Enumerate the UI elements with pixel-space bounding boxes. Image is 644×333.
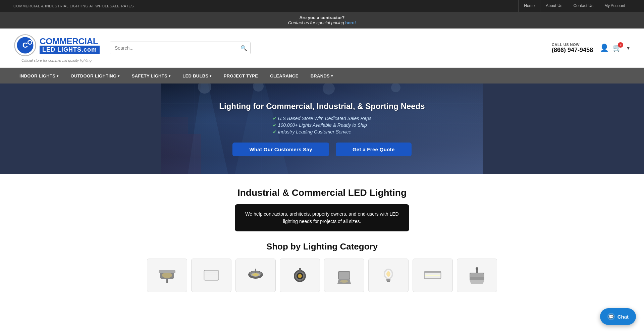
nav-bar: INDOOR LIGHTS ▾ OUTDOOR LIGHTING ▾ SAFET… (0, 68, 644, 84)
category-thumb-8[interactable] (457, 259, 497, 292)
logo-text-top: COMMERCIAL (40, 37, 100, 46)
svg-point-9 (323, 84, 335, 95)
svg-marker-54 (470, 280, 484, 284)
category-thumb-3[interactable] (235, 259, 276, 292)
call-now-number: (866) 947-9458 (552, 47, 593, 54)
cart-icon-button[interactable]: 🛒 0 (613, 44, 622, 52)
category-row (7, 259, 637, 292)
contractor-sub-text: Contact us for special pricing (288, 20, 345, 25)
logo-subtitle: Official store for commercial quality li… (21, 58, 92, 62)
below-hero-title: Industrial & Commercial LED Lighting (161, 187, 483, 198)
logo-box[interactable]: C COMMERCIAL LED LIGHTS.com (13, 34, 100, 57)
high-bay-icon (246, 265, 266, 285)
svg-point-30 (252, 273, 259, 276)
svg-point-20 (162, 273, 172, 278)
svg-point-52 (476, 267, 478, 270)
svg-rect-16 (161, 117, 188, 134)
svg-rect-42 (386, 279, 390, 281)
below-hero-content: Industrial & Commercial LED Lighting We … (161, 187, 483, 252)
hero-title: Lighting for Commercial, Industrial, & S… (219, 102, 425, 111)
below-hero-description: We help contractors, architects, propert… (235, 204, 409, 231)
search-button[interactable]: 🔍 (240, 45, 247, 51)
category-thumb-4[interactable] (280, 259, 320, 292)
hero-wrapper: Lighting for Commercial, Industrial, & S… (0, 84, 644, 174)
svg-rect-22 (205, 271, 218, 280)
svg-rect-37 (339, 272, 350, 279)
nav-safety-lights[interactable]: SAFETY LIGHTS ▾ (126, 68, 177, 84)
top-bar-tagline: COMMERCIAL & INDUSTRIAL LIGHTING AT WHOL… (13, 4, 134, 8)
flood-light-icon (157, 265, 177, 285)
category-thumb-2[interactable] (191, 259, 231, 292)
category-thumb-6[interactable] (368, 259, 409, 292)
hero-buttons: What Our Customers Say Get a Free Quote (219, 143, 425, 156)
contractor-main-text: Are you a contractor? (299, 15, 344, 20)
top-nav-home[interactable]: Home (518, 0, 540, 12)
call-now: CALL US NOW (866) 947-9458 (552, 43, 593, 54)
nav-clearance[interactable]: CLEARANCE (264, 68, 304, 84)
logo-icon: C (13, 34, 37, 57)
nav-safety-lights-chevron: ▾ (169, 74, 170, 78)
panel-light-icon (201, 265, 221, 285)
bulb-icon (378, 265, 398, 285)
logo-area: C COMMERCIAL LED LIGHTS.com Official sto… (13, 34, 100, 62)
svg-rect-18 (159, 270, 175, 273)
shoebox-icon (467, 265, 487, 285)
nav-outdoor-lighting-chevron: ▾ (118, 74, 119, 78)
nav-outdoor-lighting[interactable]: OUTDOOR LIGHTING ▾ (65, 68, 126, 84)
svg-text:C: C (22, 41, 28, 49)
hero-bullet-1: U.S Based Store With Dedicated Sales Rep… (273, 116, 371, 121)
top-nav-account[interactable]: My Account (599, 0, 631, 12)
svg-rect-15 (161, 134, 201, 174)
nav-led-bulbs-chevron: ▾ (210, 74, 211, 78)
hero-content: Lighting for Commercial, Industrial, & S… (212, 95, 431, 163)
nav-led-bulbs[interactable]: LED BULBS ▾ (176, 68, 217, 84)
top-bar-nav: Home About Us Contact Us My Account (518, 0, 631, 12)
round-flood-icon (290, 265, 310, 285)
nav-indoor-lights-chevron: ▾ (57, 74, 58, 78)
svg-rect-35 (299, 268, 301, 273)
logo-text-bottom: LED LIGHTS.com (40, 46, 100, 54)
svg-rect-48 (424, 271, 441, 273)
logo-text-area: COMMERCIAL LED LIGHTS.com (40, 37, 100, 54)
nav-indoor-lights[interactable]: INDOOR LIGHTS ▾ (13, 68, 65, 84)
hero-bullet-2: 100,000+ Lights Available & Ready to Shi… (273, 122, 371, 128)
customers-say-button[interactable]: What Our Customers Say (232, 143, 329, 156)
svg-rect-28 (255, 269, 256, 273)
svg-point-34 (298, 274, 302, 278)
contractor-banner: Are you a contractor? Contact us for spe… (0, 12, 644, 29)
top-nav-contact[interactable]: Contact Us (568, 0, 599, 12)
shop-category-title: Shop by Lighting Category (161, 241, 483, 252)
svg-point-44 (386, 271, 390, 277)
category-thumb-5[interactable] (324, 259, 364, 292)
nav-project-type[interactable]: PROJECT TYPE (218, 68, 264, 84)
wall-pack-icon (334, 265, 354, 285)
search-area: 🔍 (110, 42, 251, 54)
header: C COMMERCIAL LED LIGHTS.com Official sto… (0, 29, 644, 68)
troffer-icon (423, 265, 443, 285)
hero-background: Lighting for Commercial, Industrial, & S… (161, 84, 483, 174)
header-right: CALL US NOW (866) 947-9458 👤 🛒 0 ▼ (552, 43, 631, 54)
svg-point-39 (340, 280, 348, 283)
svg-rect-50 (470, 273, 484, 277)
contractor-link[interactable]: here! (345, 20, 356, 25)
search-input[interactable] (110, 42, 251, 54)
call-now-label: CALL US NOW (552, 43, 593, 47)
svg-point-4 (29, 41, 32, 44)
below-hero-section: Industrial & Commercial LED Lighting We … (0, 174, 644, 299)
cart-dropdown-button[interactable]: ▼ (626, 45, 631, 51)
svg-rect-53 (470, 277, 484, 280)
nav-brands-chevron: ▾ (331, 74, 333, 78)
free-quote-button[interactable]: Get a Free Quote (336, 143, 412, 156)
hero-bullets: U.S Based Store With Dedicated Sales Rep… (273, 116, 371, 136)
category-thumb-1[interactable] (147, 259, 187, 292)
cart-badge: 0 (618, 42, 623, 48)
category-thumb-7[interactable] (413, 259, 453, 292)
svg-point-10 (391, 84, 400, 92)
account-icon-button[interactable]: 👤 (600, 44, 609, 52)
svg-rect-43 (387, 281, 390, 282)
top-nav-about[interactable]: About Us (540, 0, 568, 12)
header-icons: 👤 🛒 0 ▼ (600, 44, 631, 52)
svg-rect-19 (166, 279, 168, 283)
nav-brands[interactable]: BRANDS ▾ (305, 68, 339, 84)
hero-bullet-3: Industry Leading Customer Service (273, 129, 371, 134)
